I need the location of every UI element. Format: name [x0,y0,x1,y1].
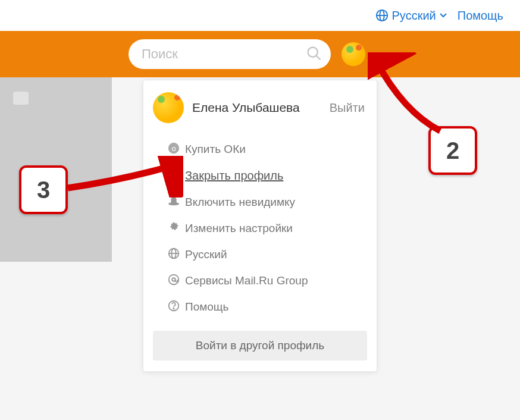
menu-item-language[interactable]: Русский [143,242,377,268]
chevron-down-icon [440,12,447,18]
menu-item-label: Изменить настройки [185,222,293,235]
svg-point-3 [308,48,318,57]
chevron-down-icon [369,52,376,57]
search-icon [306,45,322,62]
menu-item-help[interactable]: Помощь [143,294,377,320]
logout-link[interactable]: Выйти [330,101,365,115]
menu-item-buy-ok[interactable]: o Купить ОКи [143,136,377,162]
lock-icon [167,168,180,184]
svg-point-16 [173,308,174,309]
svg-line-4 [317,56,321,60]
switch-profile-button[interactable]: Войти в другой профиль [153,331,367,361]
avatar [153,92,184,123]
avatar [342,42,365,66]
menu-item-label: Сервисы Mail.Ru Group [185,274,308,287]
profile-menu-trigger[interactable] [342,42,376,66]
menu-item-label: Включить невидимку [185,196,295,209]
menu-item-label: Купить ОКи [185,143,246,156]
search-box[interactable] [129,39,331,69]
menu-item-close-profile[interactable]: Закрыть профиль [143,162,377,189]
search-input[interactable] [142,46,301,62]
menu-item-label: Закрыть профиль [185,169,283,183]
annotation-callout-2: 2 [428,126,477,175]
header-bar [0,31,520,77]
svg-rect-7 [171,174,177,179]
menu-item-label: Помощь [185,300,228,314]
annotation-callout-3: 3 [19,165,68,214]
at-icon [167,273,180,289]
gear-icon [167,221,180,236]
help-link[interactable]: Помощь [458,9,503,23]
user-name[interactable]: Елена Улыбашева [192,101,321,115]
globe-icon [167,247,180,262]
hat-icon [167,195,180,210]
menu-item-mailru[interactable]: Сервисы Mail.Ru Group [143,268,377,294]
dropdown-header: Елена Улыбашева Выйти [143,80,377,136]
globe-icon [375,9,389,22]
menu-item-settings[interactable]: Изменить настройки [143,215,377,242]
svg-text:o: o [171,144,176,153]
language-label: Русский [392,9,436,23]
menu-item-label: Русский [185,248,227,261]
menu-item-invisible[interactable]: Включить невидимку [143,189,377,215]
top-bar: Русский Помощь [0,0,520,31]
language-selector[interactable]: Русский [375,9,447,23]
coin-icon: o [167,142,180,157]
question-icon [167,299,180,315]
search-button[interactable] [306,45,322,64]
profile-dropdown: Елена Улыбашева Выйти o Купить ОКи Закры… [143,80,377,372]
